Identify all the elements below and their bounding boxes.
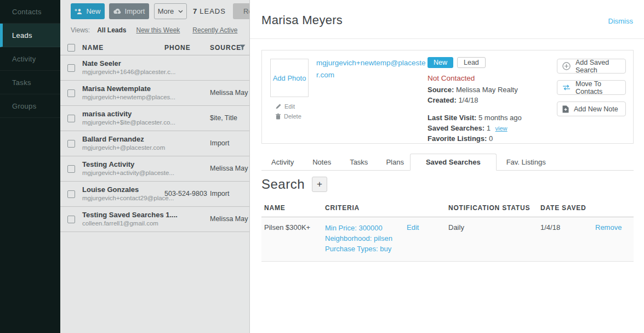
circle-plus-icon bbox=[562, 62, 571, 70]
add-new-note-button[interactable]: Add New Note bbox=[557, 101, 626, 116]
tab-tasks[interactable]: Tasks bbox=[350, 154, 368, 170]
app-sidebar: Contacts Leads Activity Tasks Groups bbox=[0, 0, 60, 333]
sidebar-item-tasks[interactable]: Tasks bbox=[0, 71, 60, 94]
edit-lead-label: Edit bbox=[284, 103, 295, 110]
lead-actions: Add Saved Search Move To Contacts Add Ne… bbox=[557, 59, 626, 123]
notification-status-value: Daily bbox=[448, 223, 540, 255]
saved-searches-line: Saved Searches: 1 view bbox=[428, 124, 554, 132]
saved-name-header: NAME bbox=[264, 204, 325, 212]
source-label: Source: bbox=[428, 86, 454, 94]
favorite-listings-count: 0 bbox=[489, 134, 493, 143]
date-saved-value: 1/4/18 bbox=[540, 223, 595, 255]
saved-searches-header: NAME CRITERIA NOTIFICATION STATUS DATE S… bbox=[261, 204, 634, 217]
saved-search-name: Pilsen $300K+ bbox=[264, 223, 325, 255]
edit-lead-link[interactable]: Edit bbox=[276, 103, 295, 110]
sidebar-item-contacts[interactable]: Contacts bbox=[0, 0, 60, 24]
overlay-scrim bbox=[60, 0, 249, 333]
add-search-button[interactable]: + bbox=[312, 177, 327, 192]
source-value: Melissa May Realty bbox=[456, 86, 518, 94]
lead-info-column: New Lead Not Contacted Source: Melissa M… bbox=[428, 57, 554, 145]
lead-badges: New Lead bbox=[428, 57, 554, 68]
tab-notes[interactable]: Notes bbox=[312, 154, 331, 170]
favorite-listings-label: Favorite Listings: bbox=[428, 134, 487, 143]
criteria-purchase-types-link[interactable]: Purchase Types: buy bbox=[325, 244, 407, 255]
saved-search-row: Pilsen $300K+ Min Price: 300000 Neighbor… bbox=[261, 217, 634, 262]
detail-tabs: Activity Notes Tasks Plans Saved Searche… bbox=[261, 154, 634, 171]
lead-summary-card: Add Photo Edit Delete mgjurgevich+newtem… bbox=[261, 50, 634, 144]
criteria-neighborhood-link[interactable]: Neighborhood: pilsen bbox=[325, 234, 407, 244]
edit-saved-search-link[interactable]: Edit bbox=[407, 223, 448, 255]
saved-searches-label: Saved Searches: bbox=[428, 124, 485, 132]
saved-search-criteria: Min Price: 300000 Neighborhood: pilsen P… bbox=[325, 223, 407, 255]
remove-saved-search-link[interactable]: Remove bbox=[595, 223, 634, 255]
add-saved-search-label: Add Saved Search bbox=[575, 59, 625, 74]
favorite-listings-line: Favorite Listings: 0 bbox=[428, 134, 554, 143]
contact-status: Not Contacted bbox=[428, 74, 554, 82]
saved-searches-count: 1 bbox=[487, 124, 491, 132]
saved-searches-table: NAME CRITERIA NOTIFICATION STATUS DATE S… bbox=[261, 204, 634, 262]
created-value: 1/4/18 bbox=[458, 96, 478, 104]
tab-activity[interactable]: Activity bbox=[271, 154, 294, 170]
move-to-contacts-button[interactable]: Move To Contacts bbox=[557, 80, 626, 95]
search-heading: Search bbox=[261, 177, 305, 192]
source-line: Source: Melissa May Realty bbox=[428, 86, 554, 94]
view-saved-searches-link[interactable]: view bbox=[495, 125, 508, 132]
last-visit-line: Last Site Visit: 5 months ago bbox=[428, 114, 554, 122]
add-photo-button[interactable]: Add Photo bbox=[270, 59, 309, 97]
pencil-icon bbox=[276, 104, 281, 109]
add-saved-search-button[interactable]: Add Saved Search bbox=[557, 59, 626, 74]
lead-email-link[interactable]: mgjurgevich+newtemp@placester.com bbox=[316, 57, 429, 82]
created-line: Created: 1/4/18 bbox=[428, 96, 554, 104]
saved-notification-header: NOTIFICATION STATUS bbox=[448, 204, 540, 212]
sidebar-item-activity[interactable]: Activity bbox=[0, 47, 60, 71]
saved-date-header: DATE SAVED bbox=[540, 204, 595, 212]
swap-arrows-icon bbox=[562, 84, 571, 91]
tab-plans[interactable]: Plans bbox=[386, 154, 404, 170]
last-visit-label: Last Site Visit: bbox=[428, 114, 476, 122]
header-divider bbox=[250, 38, 644, 39]
sidebar-item-leads[interactable]: Leads bbox=[0, 24, 60, 47]
last-visit-value: 5 months ago bbox=[478, 114, 522, 122]
new-status-badge: New bbox=[428, 57, 453, 68]
add-new-note-label: Add New Note bbox=[574, 105, 618, 113]
created-label: Created: bbox=[428, 96, 457, 104]
lead-type-badge: Lead bbox=[457, 57, 486, 68]
page-title: Marisa Meyers bbox=[261, 13, 343, 27]
criteria-min-price-link[interactable]: Min Price: 300000 bbox=[325, 223, 407, 234]
note-plus-icon bbox=[562, 105, 569, 113]
delete-lead-label: Delete bbox=[284, 113, 301, 120]
tab-fav-listings[interactable]: Fav. Listings bbox=[506, 154, 546, 170]
dismiss-link[interactable]: Dismiss bbox=[608, 17, 634, 25]
trash-icon bbox=[276, 114, 281, 120]
search-section-header: Search + bbox=[261, 177, 327, 192]
sidebar-item-groups[interactable]: Groups bbox=[0, 94, 60, 118]
lead-detail-panel: Marisa Meyers Dismiss Add Photo Edit Del… bbox=[249, 0, 644, 333]
delete-lead-link[interactable]: Delete bbox=[276, 113, 301, 120]
saved-criteria-header: CRITERIA bbox=[325, 204, 407, 212]
tab-saved-searches[interactable]: Saved Searches bbox=[410, 154, 497, 171]
move-to-contacts-label: Move To Contacts bbox=[575, 80, 625, 95]
